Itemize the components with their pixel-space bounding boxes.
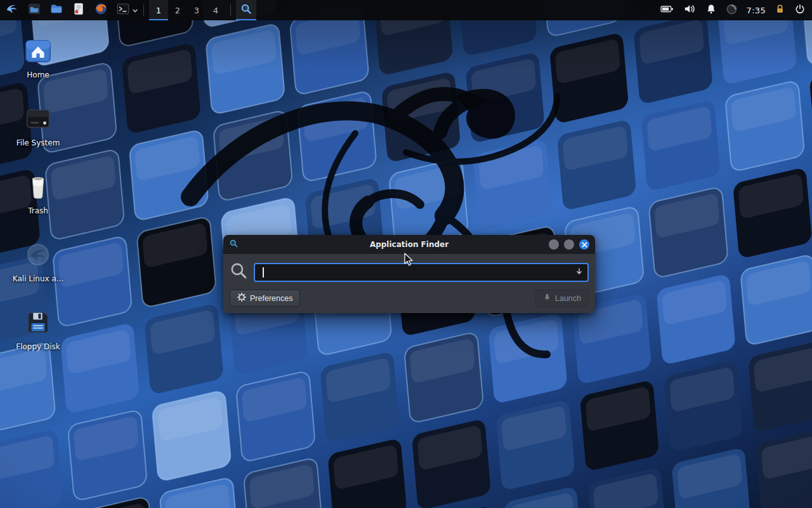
desktop-icon-label: Home bbox=[8, 70, 69, 79]
workspace-3-label: 3 bbox=[194, 6, 199, 15]
file-manager-icon bbox=[27, 2, 41, 18]
workspace-2[interactable]: 2 bbox=[168, 0, 187, 20]
notifications-indicator[interactable] bbox=[705, 0, 717, 20]
text-editor-icon bbox=[72, 2, 86, 18]
close-button[interactable] bbox=[579, 239, 589, 250]
panel-separator bbox=[143, 4, 144, 16]
terminal-launcher[interactable] bbox=[115, 2, 131, 18]
minimize-button[interactable] bbox=[549, 239, 559, 250]
volume-icon bbox=[683, 3, 697, 17]
search-icon bbox=[230, 262, 248, 283]
panel-separator bbox=[230, 4, 231, 16]
search-entry bbox=[254, 263, 589, 282]
floppy-icon bbox=[23, 307, 53, 338]
preferences-label: Preferences bbox=[250, 294, 292, 303]
battery-icon bbox=[660, 3, 674, 17]
maximize-button[interactable] bbox=[564, 239, 574, 250]
panel-indicators: 7:35 bbox=[660, 0, 812, 20]
launch-icon bbox=[543, 293, 551, 304]
kali-disc-icon bbox=[23, 239, 53, 270]
window-button-application-finder[interactable] bbox=[236, 0, 256, 20]
firefox-launcher[interactable] bbox=[93, 2, 109, 18]
launch-button[interactable]: Launch bbox=[535, 290, 589, 307]
lock-screen-button[interactable] bbox=[775, 0, 785, 20]
dropdown-arrow-icon[interactable] bbox=[575, 266, 584, 278]
bell-icon bbox=[705, 3, 717, 17]
panel-launchers bbox=[0, 0, 138, 20]
battery-indicator[interactable] bbox=[660, 0, 674, 20]
button-row: Preferences Launch bbox=[230, 290, 589, 307]
log-out-button[interactable] bbox=[794, 0, 806, 20]
desktop-icon-label: File System bbox=[8, 138, 69, 147]
volume-indicator[interactable] bbox=[683, 0, 697, 20]
drive-icon bbox=[23, 104, 53, 134]
chevron-down-icon[interactable] bbox=[132, 4, 138, 17]
titlebar[interactable]: Application Finder bbox=[223, 235, 595, 254]
desktop-screen: Home File System Trash bbox=[0, 0, 812, 508]
power-icon bbox=[794, 3, 806, 17]
terminal-launcher-group bbox=[115, 2, 138, 18]
workspace-4[interactable]: 4 bbox=[206, 0, 225, 20]
status-circle-icon bbox=[726, 3, 738, 18]
kali-dragon-icon bbox=[5, 2, 19, 18]
terminal-icon bbox=[116, 2, 130, 18]
window-controls bbox=[549, 239, 589, 250]
trash-icon bbox=[23, 171, 53, 202]
application-finder-icon bbox=[229, 239, 239, 251]
desktop-icon-kali-linux[interactable]: Kali Linux a... bbox=[8, 239, 69, 283]
window-title: Application Finder bbox=[223, 240, 595, 249]
search-input[interactable] bbox=[255, 264, 587, 281]
clock[interactable]: 7:35 bbox=[747, 6, 766, 15]
top-panel: 1 2 3 4 bbox=[0, 0, 812, 20]
workspace-3[interactable]: 3 bbox=[187, 0, 206, 20]
kali-menu-button[interactable] bbox=[4, 2, 20, 18]
search-row bbox=[230, 262, 589, 283]
desktop-icon-trash[interactable]: Trash bbox=[8, 171, 69, 215]
folder-launcher[interactable] bbox=[48, 2, 65, 18]
workspace-1[interactable]: 1 bbox=[149, 0, 168, 20]
desktop-icon-label: Kali Linux a... bbox=[8, 274, 69, 283]
application-finder-window: Application Finder bbox=[223, 235, 595, 313]
desktop-icon-label: Trash bbox=[8, 206, 69, 215]
text-editor-launcher[interactable] bbox=[70, 2, 87, 18]
home-icon bbox=[23, 36, 53, 66]
desktop-icon-file-system[interactable]: File System bbox=[8, 104, 69, 147]
workspace-2-label: 2 bbox=[175, 6, 180, 15]
status-indicator[interactable] bbox=[726, 0, 738, 20]
workspace-1-label: 1 bbox=[156, 6, 161, 15]
desktop-icon-floppy-disk[interactable]: Floppy Disk bbox=[8, 307, 69, 351]
dialog-body: Preferences Launch bbox=[223, 254, 595, 313]
firefox-icon bbox=[94, 2, 108, 18]
file-manager-launcher[interactable] bbox=[26, 2, 43, 18]
preferences-button[interactable]: Preferences bbox=[230, 290, 300, 307]
magnifier-icon bbox=[240, 3, 252, 18]
folder-icon bbox=[49, 2, 63, 18]
lock-icon bbox=[775, 3, 785, 17]
launch-label: Launch bbox=[555, 294, 581, 303]
desktop-icon-label: Floppy Disk bbox=[8, 342, 69, 351]
gear-icon bbox=[237, 293, 246, 304]
desktop-icon-home[interactable]: Home bbox=[8, 36, 69, 79]
close-icon bbox=[582, 242, 587, 248]
workspace-4-label: 4 bbox=[213, 6, 218, 15]
